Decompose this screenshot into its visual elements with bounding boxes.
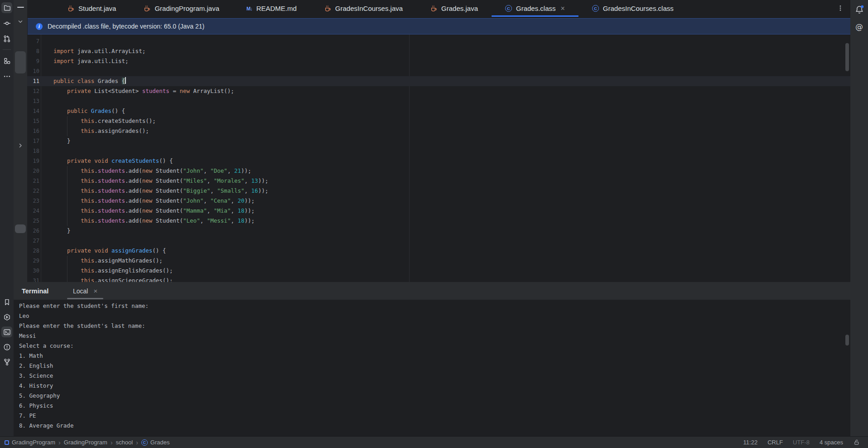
tab-label: Grades.java xyxy=(441,5,478,12)
code-line-7: 7 xyxy=(27,36,850,46)
code-line-29: 29 this.assignMathGrades(); xyxy=(27,256,850,266)
terminal-tab-local[interactable]: Local × xyxy=(67,282,103,300)
terminal-line: 5. Geography xyxy=(19,391,841,401)
toolwindow-services-button[interactable] xyxy=(1,312,12,322)
caret-position-widget[interactable]: 11:22 xyxy=(743,439,758,446)
indent-guide xyxy=(67,256,68,266)
tab-GradingProgram.java[interactable]: GradingProgram.java xyxy=(130,0,233,17)
indent-guide xyxy=(67,126,68,136)
status-bar: GradingProgram›GradingProgram›school›CGr… xyxy=(0,436,868,448)
code-line-11: 11public class Grades { xyxy=(27,76,850,86)
breadcrumb-separator: › xyxy=(136,439,138,446)
terminal-line: 7. PE xyxy=(19,411,841,421)
tab-Grades.class[interactable]: CGrades.class× xyxy=(492,0,579,17)
bookmarks-icon xyxy=(3,298,11,306)
chevron-down-icon[interactable] xyxy=(17,18,24,25)
encoding-widget[interactable]: UTF-8 xyxy=(793,439,810,446)
toolwindow-bookmarks-button[interactable] xyxy=(1,297,12,307)
indent-widget[interactable]: 4 spaces xyxy=(820,439,843,446)
info-icon: i xyxy=(36,23,43,30)
code-line-31: 31 this.assignScienceGrades(); xyxy=(27,276,850,282)
tab-label: Grades.class xyxy=(516,5,556,12)
editor[interactable]: 78import java.util.ArrayList;9import jav… xyxy=(27,17,850,282)
ai-assistant-button[interactable]: @ xyxy=(850,21,868,33)
tab-label: GradingProgram.java xyxy=(154,5,219,12)
code-line-18: 18 xyxy=(27,146,850,156)
scrollbar-handle[interactable] xyxy=(15,224,26,233)
line-separator-widget[interactable]: CRLF xyxy=(767,439,783,446)
toolwindow-more-button[interactable] xyxy=(1,71,12,82)
code-line-28: 28 private void assignGrades() { xyxy=(27,246,850,256)
indent-guide xyxy=(67,276,68,282)
tab-bar: Student.javaGradingProgram.javaM↓README.… xyxy=(27,0,850,17)
terminal-line: Please enter the student's first name: xyxy=(19,301,841,311)
toolbar-divider xyxy=(3,49,11,50)
terminal-tab-label: Local xyxy=(73,287,88,295)
line-number: 16 xyxy=(27,126,39,136)
breadcrumb-item-Grades[interactable]: CGrades xyxy=(141,439,170,446)
code-line-16: 16 this.assignGrades(); xyxy=(27,126,850,136)
line-number: 30 xyxy=(27,266,39,276)
decompiled-banner: i Decompiled .class file, bytecode versi… xyxy=(28,18,850,34)
scrollbar-handle[interactable] xyxy=(15,51,26,73)
indent-guide xyxy=(67,176,68,186)
breadcrumb-item-school[interactable]: school xyxy=(116,439,133,446)
line-number: 21 xyxy=(27,176,39,186)
toolwindow-commit-button[interactable] xyxy=(1,18,12,29)
readonly-toggle[interactable] xyxy=(853,439,860,446)
toolwindow-structure-button[interactable] xyxy=(1,55,12,66)
tab-README.md[interactable]: M↓README.md xyxy=(233,0,310,17)
indent-guide xyxy=(67,216,68,226)
code-line-27: 27 xyxy=(27,236,850,246)
tab-Student.java[interactable]: Student.java xyxy=(53,0,130,17)
java-icon xyxy=(430,5,437,12)
services-icon xyxy=(3,313,11,321)
tab-label: GradesInCourses.java xyxy=(335,5,403,12)
line-number: 27 xyxy=(27,236,39,246)
chevron-right-icon[interactable] xyxy=(17,142,24,149)
code-line-12: 12 private List<Student> students = new … xyxy=(27,86,850,96)
code-line-14: 14 public Grades() { xyxy=(27,106,850,116)
class-icon: C xyxy=(141,439,148,446)
version-control-icon xyxy=(3,358,11,366)
main-menu-icon[interactable] xyxy=(17,7,24,8)
problems-icon xyxy=(3,343,11,351)
toolwindow-terminal-button[interactable] xyxy=(1,326,12,337)
breadcrumb-item-GradingProgram[interactable]: GradingProgram xyxy=(5,439,55,446)
breadcrumb: GradingProgram›GradingProgram›school›CGr… xyxy=(5,439,169,446)
close-icon[interactable]: × xyxy=(561,5,565,12)
toolwindow-version-control-button[interactable] xyxy=(1,356,12,367)
tab-label: GradesInCourses.class xyxy=(603,5,674,12)
line-number: 9 xyxy=(27,56,39,66)
terminal-line: 8. Average Grade xyxy=(19,421,841,431)
terminal-title[interactable]: Terminal xyxy=(22,282,48,300)
toolwindow-project-button[interactable] xyxy=(1,2,12,13)
tab-label: Student.java xyxy=(78,5,116,12)
tab-GradesInCourses.java[interactable]: GradesInCourses.java xyxy=(310,0,416,17)
tab-Grades.java[interactable]: Grades.java xyxy=(416,0,492,17)
toolwindow-problems-button[interactable] xyxy=(1,341,12,352)
close-icon[interactable]: × xyxy=(93,287,97,294)
class-icon: C xyxy=(592,5,599,12)
tabs-more-button[interactable] xyxy=(836,4,845,13)
line-number: 15 xyxy=(27,116,39,126)
class-icon: C xyxy=(505,5,512,12)
code-line-26: 26 } xyxy=(27,226,850,236)
terminal-line: 1. Math xyxy=(19,351,841,361)
terminal-icon xyxy=(3,328,11,336)
line-number: 22 xyxy=(27,186,39,196)
editor-scrollbar[interactable] xyxy=(845,43,849,71)
toolwindow-pull-requests-button[interactable] xyxy=(1,33,12,44)
code-line-20: 20 this.students.add(new Student("John",… xyxy=(27,166,850,176)
bell-icon xyxy=(855,5,864,14)
tab-GradesInCourses.class[interactable]: CGradesInCourses.class xyxy=(579,0,687,17)
java-icon xyxy=(143,5,150,12)
terminal-output[interactable]: Please enter the student's first name:Le… xyxy=(14,300,850,436)
indent-guide xyxy=(67,266,68,276)
notifications-button[interactable] xyxy=(850,4,868,15)
terminal-scrollbar[interactable] xyxy=(845,335,849,346)
line-number: 20 xyxy=(27,166,39,176)
terminal-header: Terminal Local × xyxy=(14,282,850,300)
breadcrumb-item-GradingProgram[interactable]: GradingProgram xyxy=(64,439,107,446)
breadcrumb-label: school xyxy=(116,439,133,446)
